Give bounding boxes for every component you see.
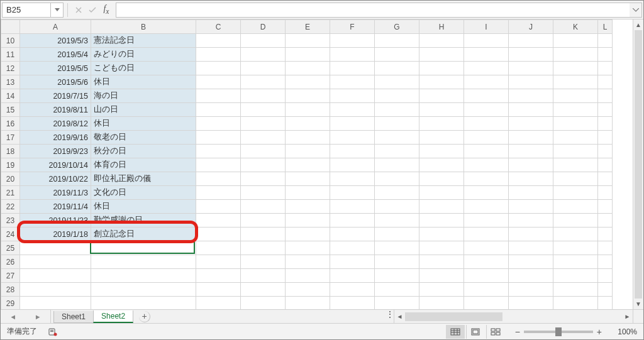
view-page-break-button[interactable]: [486, 325, 505, 339]
cell[interactable]: [330, 214, 375, 228]
row-header[interactable]: 28: [1, 283, 20, 297]
cell[interactable]: [553, 255, 598, 269]
cell[interactable]: 2019/10/22: [20, 172, 91, 186]
cell[interactable]: [330, 48, 375, 62]
cell[interactable]: [464, 200, 509, 214]
cell[interactable]: [330, 255, 375, 269]
cell[interactable]: 2019/1/18: [20, 228, 91, 241]
cell[interactable]: [286, 241, 330, 255]
horizontal-scroll-track[interactable]: [405, 312, 622, 321]
cell[interactable]: [196, 269, 241, 283]
cell[interactable]: 2019/5/3: [20, 34, 91, 48]
cell[interactable]: [241, 228, 286, 241]
cell[interactable]: [241, 200, 286, 214]
cell[interactable]: [286, 186, 330, 200]
cell[interactable]: [464, 186, 509, 200]
cell[interactable]: [464, 103, 509, 117]
cell[interactable]: [419, 172, 464, 186]
cell[interactable]: [330, 297, 375, 310]
cell[interactable]: [598, 241, 613, 255]
view-page-layout-button[interactable]: [466, 325, 485, 339]
scroll-up-icon[interactable]: ▲: [633, 19, 643, 30]
name-box-dropdown[interactable]: [51, 3, 64, 18]
column-header[interactable]: D: [241, 20, 286, 34]
cell[interactable]: [509, 214, 553, 228]
cell[interactable]: [286, 269, 330, 283]
cell[interactable]: [241, 255, 286, 269]
cell[interactable]: 休日: [91, 75, 196, 89]
cell[interactable]: [196, 117, 241, 131]
cell[interactable]: [419, 214, 464, 228]
cell[interactable]: [375, 283, 419, 297]
cell[interactable]: [553, 103, 598, 117]
sheet-nav-buttons[interactable]: ◄ ►: [1, 310, 51, 323]
cell[interactable]: [553, 48, 598, 62]
tab-split-grip[interactable]: ⋮: [386, 310, 394, 323]
cell[interactable]: [598, 297, 613, 310]
cell[interactable]: 2019/5/6: [20, 75, 91, 89]
cell[interactable]: [553, 186, 598, 200]
cell[interactable]: [196, 158, 241, 172]
cell[interactable]: [196, 255, 241, 269]
cell[interactable]: [464, 48, 509, 62]
cell[interactable]: [509, 172, 553, 186]
cell[interactable]: 即位礼正殿の儀: [91, 172, 196, 186]
cell[interactable]: [196, 131, 241, 145]
cell[interactable]: [196, 241, 241, 255]
cell[interactable]: [509, 255, 553, 269]
cell[interactable]: [91, 283, 196, 297]
cell[interactable]: [286, 145, 330, 158]
cell[interactable]: [598, 103, 613, 117]
cell[interactable]: [598, 172, 613, 186]
cell[interactable]: 2019/9/16: [20, 131, 91, 145]
cell[interactable]: [598, 255, 613, 269]
cell[interactable]: [464, 283, 509, 297]
name-box[interactable]: B25: [2, 3, 51, 18]
column-header[interactable]: J: [509, 20, 553, 34]
row-header[interactable]: 21: [1, 186, 20, 200]
cell[interactable]: [241, 297, 286, 310]
cell[interactable]: [196, 34, 241, 48]
cell[interactable]: [598, 75, 613, 89]
formula-input[interactable]: [116, 3, 630, 18]
cell[interactable]: [241, 89, 286, 103]
row-header[interactable]: 15: [1, 103, 20, 117]
cell[interactable]: [509, 241, 553, 255]
cell[interactable]: 創立記念日: [91, 228, 196, 241]
row-header[interactable]: 23: [1, 214, 20, 228]
column-header[interactable]: H: [419, 20, 464, 34]
cell[interactable]: [509, 62, 553, 75]
zoom-in-button[interactable]: +: [597, 327, 602, 337]
cell[interactable]: [286, 103, 330, 117]
cell[interactable]: [375, 186, 419, 200]
cell[interactable]: [286, 89, 330, 103]
cell[interactable]: [553, 89, 598, 103]
cell[interactable]: [598, 214, 613, 228]
cell[interactable]: 2019/8/12: [20, 117, 91, 131]
cell[interactable]: [553, 75, 598, 89]
cell[interactable]: [553, 62, 598, 75]
vertical-scrollbar[interactable]: ▲ ▼: [633, 19, 643, 309]
cell[interactable]: [196, 75, 241, 89]
cell[interactable]: [464, 255, 509, 269]
column-header[interactable]: B: [91, 20, 196, 34]
cell[interactable]: [286, 283, 330, 297]
cell[interactable]: [330, 75, 375, 89]
cell[interactable]: [375, 117, 419, 131]
cell[interactable]: [509, 228, 553, 241]
cell[interactable]: [91, 241, 196, 255]
sheet-tab[interactable]: Sheet2: [93, 310, 133, 323]
cell[interactable]: [375, 75, 419, 89]
cell[interactable]: [598, 186, 613, 200]
row-header[interactable]: 27: [1, 269, 20, 283]
cell[interactable]: [241, 145, 286, 158]
cell[interactable]: [91, 269, 196, 283]
cell[interactable]: [330, 34, 375, 48]
cell[interactable]: [196, 62, 241, 75]
cell[interactable]: [20, 255, 91, 269]
grid-scroll[interactable]: ABCDEFGHIJKL 102019/5/3憲法記念日112019/5/4みど…: [1, 19, 643, 309]
cell[interactable]: 2019/7/15: [20, 89, 91, 103]
cell[interactable]: 体育の日: [91, 158, 196, 172]
formula-bar-expand[interactable]: [630, 3, 642, 18]
horizontal-scroll-thumb[interactable]: [405, 312, 502, 321]
